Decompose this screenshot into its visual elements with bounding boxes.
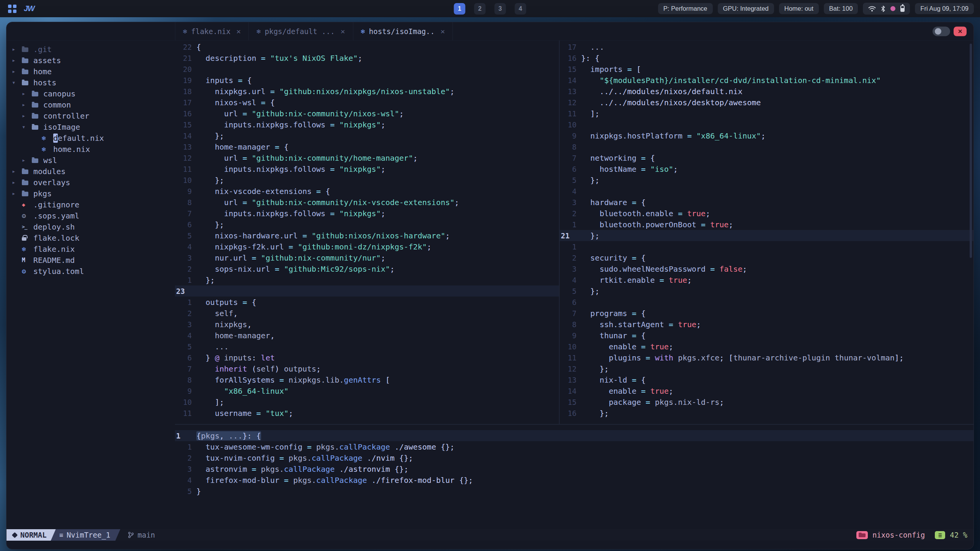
code-line[interactable]: 16 url = "github:nix-community/nixos-wsl… bbox=[175, 108, 559, 119]
code-line[interactable]: 16 }; bbox=[560, 408, 973, 419]
code-line[interactable]: 14 enable = true; bbox=[560, 385, 973, 396]
tree-item-.git[interactable]: ▸.git bbox=[7, 44, 175, 55]
tree-item-home.nix[interactable]: ❄home.nix bbox=[7, 143, 175, 155]
code-line[interactable]: 6 bbox=[560, 297, 973, 308]
tree-item-controller[interactable]: ▸controller bbox=[7, 110, 175, 121]
code-line[interactable]: 9 nixpkgs.hostPlatform = "x86_64-linux"; bbox=[560, 130, 973, 141]
editor-pane-pkgs-default-nix[interactable]: 1{pkgs, ...}: {1 tux-awesome-wm-config =… bbox=[175, 425, 973, 529]
code-line[interactable]: 5} bbox=[175, 486, 973, 497]
code-line[interactable]: 4 nixpkgs-f2k.url = "github:moni-dz/nixp… bbox=[175, 241, 559, 252]
tab-pkgs/default ...[interactable]: ❄pkgs/default ...× bbox=[248, 22, 353, 40]
code-line[interactable]: 5 ... bbox=[175, 341, 559, 352]
code-line[interactable]: 6 } @ inputs: let bbox=[175, 352, 559, 363]
code-line[interactable]: 7 networking = { bbox=[560, 152, 973, 163]
code-line[interactable]: 3 nixpkgs, bbox=[175, 319, 559, 330]
tree-item-default.nix[interactable]: ❄default.nix bbox=[7, 132, 175, 143]
code-line[interactable]: 23 bbox=[175, 285, 559, 297]
tree-item-stylua.toml[interactable]: ⚙stylua.toml bbox=[7, 266, 175, 277]
code-line[interactable]: 13 home-manager = { bbox=[175, 141, 559, 152]
code-line[interactable]: 11 username = "tux"; bbox=[175, 408, 559, 419]
code-line[interactable]: 3 astronvim = pkgs.callPackage ./astronv… bbox=[175, 463, 973, 474]
code-line[interactable]: 1 bbox=[560, 241, 973, 252]
app-launcher-button[interactable] bbox=[6, 3, 18, 15]
code-line[interactable]: 12 ../../modules/nixos/desktop/awesome bbox=[560, 97, 973, 108]
code-line[interactable]: 17 ... bbox=[560, 41, 973, 52]
code-line[interactable]: 9 nix-vscode-extensions = { bbox=[175, 186, 559, 197]
code-line[interactable]: 5 nixos-hardware.url = "github:nixos/nix… bbox=[175, 230, 559, 241]
code-line[interactable]: 8 url = "github:nix-community/nix-vscode… bbox=[175, 197, 559, 208]
tree-item-hosts[interactable]: ▾hosts bbox=[7, 77, 175, 88]
code-line[interactable]: 1 tux-awesome-wm-config = pkgs.callPacka… bbox=[175, 441, 973, 452]
workspace-button-4[interactable]: 4 bbox=[515, 3, 526, 15]
code-line[interactable]: 4 rtkit.enable = true; bbox=[560, 274, 973, 285]
code-line[interactable]: 2 self, bbox=[175, 308, 559, 319]
tree-item-README.md[interactable]: MREADME.md bbox=[7, 254, 175, 266]
tree-item-overlays[interactable]: ▸overlays bbox=[7, 177, 175, 188]
tree-item-common[interactable]: ▸common bbox=[7, 99, 175, 110]
code-line[interactable]: 7 inherit (self) outputs; bbox=[175, 363, 559, 374]
tree-item-deploy.sh[interactable]: >_deploy.sh bbox=[7, 221, 175, 232]
code-line[interactable]: 17 nixos-wsl = { bbox=[175, 97, 559, 108]
code-line[interactable]: 21 description = "tux's NixOS Flake"; bbox=[175, 52, 559, 64]
code-line[interactable]: 8 ssh.startAgent = true; bbox=[560, 319, 973, 330]
code-line[interactable]: 4 home-manager, bbox=[175, 330, 559, 341]
code-line[interactable]: 5 }; bbox=[560, 174, 973, 186]
code-line[interactable]: 15 inputs.nixpkgs.follows = "nixpkgs"; bbox=[175, 119, 559, 130]
tab-close-icon[interactable]: × bbox=[236, 27, 241, 36]
code-line[interactable]: 13 nix-ld = { bbox=[560, 374, 973, 385]
tree-item-.sops.yaml[interactable]: ⚙.sops.yaml bbox=[7, 210, 175, 221]
code-line[interactable]: 14 "${modulesPath}/installer/cd-dvd/inst… bbox=[560, 75, 973, 86]
scrollbar[interactable] bbox=[970, 44, 972, 258]
code-line[interactable]: 16}: { bbox=[560, 52, 973, 64]
window-toggle[interactable] bbox=[933, 26, 950, 36]
code-line[interactable]: 3 hardware = { bbox=[560, 197, 973, 208]
code-line[interactable]: 13 ../../modules/nixos/default.nix bbox=[560, 86, 973, 97]
workspace-button-1[interactable]: 1 bbox=[454, 3, 466, 15]
code-line[interactable]: 6 }; bbox=[175, 219, 559, 230]
tab-close-icon[interactable]: × bbox=[440, 27, 445, 36]
window-close-button[interactable]: × bbox=[954, 26, 967, 36]
code-line[interactable]: 12 }; bbox=[560, 363, 973, 374]
code-line[interactable]: 9 "x86_64-linux" bbox=[175, 385, 559, 396]
tree-item-canopus[interactable]: ▸canopus bbox=[7, 88, 175, 99]
tab-flake.nix[interactable]: ❄flake.nix× bbox=[175, 22, 248, 40]
tree-item-modules[interactable]: ▸modules bbox=[7, 166, 175, 177]
tree-item-pkgs[interactable]: ▸pkgs bbox=[7, 188, 175, 199]
tree-item-.gitignore[interactable]: ◆.gitignore bbox=[7, 199, 175, 210]
code-line[interactable]: 1 outputs = { bbox=[175, 297, 559, 308]
code-line[interactable]: 1 }; bbox=[175, 274, 559, 285]
code-line[interactable]: 12 url = "github:nix-community/home-mana… bbox=[175, 152, 559, 163]
code-line[interactable]: 8 forAllSystems = nixpkgs.lib.genAttrs [ bbox=[175, 374, 559, 385]
code-line[interactable]: 2 sops-nix.url = "github:Mic92/sops-nix"… bbox=[175, 263, 559, 274]
code-line[interactable]: 1{pkgs, ...}: { bbox=[175, 430, 973, 441]
code-line[interactable]: 2 bluetooth.enable = true; bbox=[560, 208, 973, 219]
code-line[interactable]: 10 enable = true; bbox=[560, 341, 973, 352]
code-line[interactable]: 4 firefox-mod-blur = pkgs.callPackage ./… bbox=[175, 474, 973, 486]
code-line[interactable]: 2 security = { bbox=[560, 252, 973, 263]
code-line[interactable]: 7 programs = { bbox=[560, 308, 973, 319]
code-line[interactable]: 11 ]; bbox=[560, 108, 973, 119]
code-line[interactable]: 22{ bbox=[175, 41, 559, 52]
tree-item-isoImage[interactable]: ▾isoImage bbox=[7, 121, 175, 132]
editor-pane-flake-nix[interactable]: 22{21 description = "tux's NixOS Flake";… bbox=[175, 41, 559, 424]
code-line[interactable]: 7 inputs.nixpkgs.follows = "nixpkgs"; bbox=[175, 208, 559, 219]
code-line[interactable]: 10 }; bbox=[175, 174, 559, 186]
code-line[interactable]: 14 }; bbox=[175, 130, 559, 141]
workspace-button-3[interactable]: 3 bbox=[495, 3, 506, 15]
code-line[interactable]: 10 bbox=[560, 119, 973, 130]
code-line[interactable]: 20 bbox=[175, 64, 559, 75]
tree-item-flake.nix[interactable]: ❄flake.nix bbox=[7, 243, 175, 254]
code-line[interactable]: 2 tux-nvim-config = pkgs.callPackage ./n… bbox=[175, 452, 973, 463]
file-explorer[interactable]: ▸.git▸assets▸home▾hosts▸canopus▸common▸c… bbox=[7, 41, 175, 529]
code-line[interactable]: 4 bbox=[560, 186, 973, 197]
code-line[interactable]: 3 sudo.wheelNeedsPassword = false; bbox=[560, 263, 973, 274]
code-line[interactable]: 21 }; bbox=[560, 230, 973, 241]
code-line[interactable]: 18 nixpkgs.url = "github:nixos/nixpkgs/n… bbox=[175, 86, 559, 97]
workspace-button-2[interactable]: 2 bbox=[474, 3, 486, 15]
code-line[interactable]: 5 }; bbox=[560, 285, 973, 297]
code-line[interactable]: 8 bbox=[560, 141, 973, 152]
code-line[interactable]: 10 ]; bbox=[175, 396, 559, 408]
code-line[interactable]: 1 bluetooth.powerOnBoot = true; bbox=[560, 219, 973, 230]
tab-close-icon[interactable]: × bbox=[341, 27, 345, 36]
editor-pane-iso-default-nix[interactable]: 17 ...16}: {15 imports = [14 "${modulesP… bbox=[560, 41, 973, 424]
